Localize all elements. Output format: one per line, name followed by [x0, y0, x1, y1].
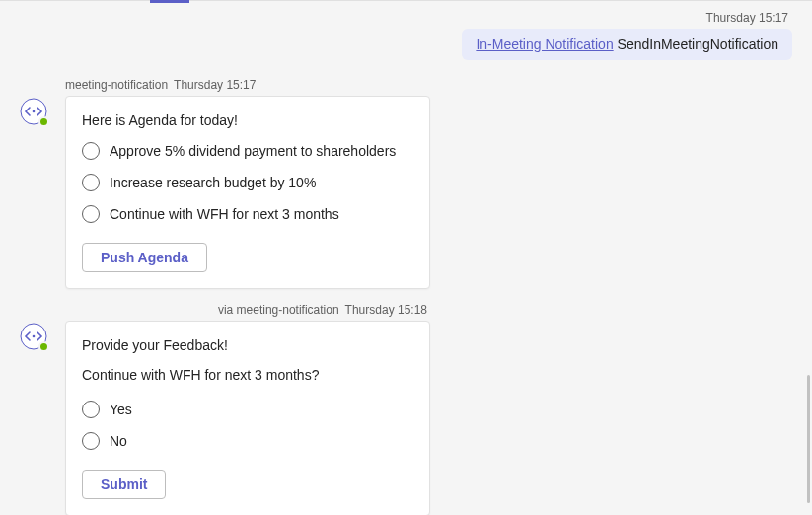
tab-indicator	[150, 0, 189, 3]
agenda-option[interactable]: Approve 5% dividend payment to sharehold…	[82, 142, 413, 160]
chat-area: Thursday 15:17 In-Meeting Notification S…	[0, 1, 812, 515]
bot-message-header: via meeting-notification Thursday 15:18	[65, 303, 792, 317]
agenda-card: Here is Agenda for today! Approve 5% div…	[65, 96, 430, 289]
svg-point-3	[33, 335, 36, 338]
user-message-row: In-Meeting Notification SendInMeetingNot…	[20, 29, 792, 60]
in-meeting-notification-link[interactable]: In-Meeting Notification	[476, 37, 613, 52]
svg-point-1	[33, 110, 36, 113]
feedback-option-label: Yes	[110, 402, 132, 417]
presence-available-icon	[38, 341, 49, 352]
feedback-card: Provide your Feedback! Continue with WFH…	[65, 321, 430, 515]
bot-message-time: Thursday 15:18	[345, 303, 427, 317]
scrollbar-thumb[interactable]	[807, 375, 810, 503]
agenda-option-label: Increase research budget by 10%	[110, 175, 316, 190]
radio-icon	[82, 205, 100, 223]
feedback-card-subtitle: Continue with WFH for next 3 months?	[82, 367, 413, 383]
bot-message-group: meeting-notification Thursday 15:17 Here…	[65, 78, 792, 289]
radio-icon	[82, 432, 100, 450]
agenda-card-title: Here is Agenda for today!	[82, 112, 413, 128]
radio-icon	[82, 142, 100, 160]
agenda-option-label: Approve 5% dividend payment to sharehold…	[110, 143, 396, 159]
push-agenda-button[interactable]: Push Agenda	[82, 243, 207, 272]
feedback-option[interactable]: No	[82, 432, 413, 450]
bot-avatar[interactable]	[20, 323, 47, 350]
feedback-card-title: Provide your Feedback!	[82, 337, 413, 353]
agenda-option[interactable]: Continue with WFH for next 3 months	[82, 205, 413, 223]
submit-button[interactable]: Submit	[82, 470, 166, 499]
agenda-option[interactable]: Increase research budget by 10%	[82, 174, 413, 191]
agenda-option-label: Continue with WFH for next 3 months	[110, 206, 339, 222]
user-message-bubble[interactable]: In-Meeting Notification SendInMeetingNot…	[462, 29, 792, 60]
message-timestamp: Thursday 15:17	[20, 9, 792, 29]
user-message-command: SendInMeetingNotification	[614, 37, 778, 52]
bot-sender-name: meeting-notification	[65, 78, 168, 92]
radio-icon	[82, 174, 100, 191]
bot-message-time: Thursday 15:17	[174, 78, 256, 92]
feedback-option-label: No	[110, 433, 127, 449]
bot-message-group: via meeting-notification Thursday 15:18 …	[65, 303, 792, 515]
presence-available-icon	[38, 116, 49, 127]
bot-avatar[interactable]	[20, 98, 47, 125]
radio-icon	[82, 401, 100, 418]
feedback-option[interactable]: Yes	[82, 401, 413, 418]
bot-via-label: via meeting-notification	[218, 303, 339, 317]
bot-message-header: meeting-notification Thursday 15:17	[65, 78, 792, 92]
